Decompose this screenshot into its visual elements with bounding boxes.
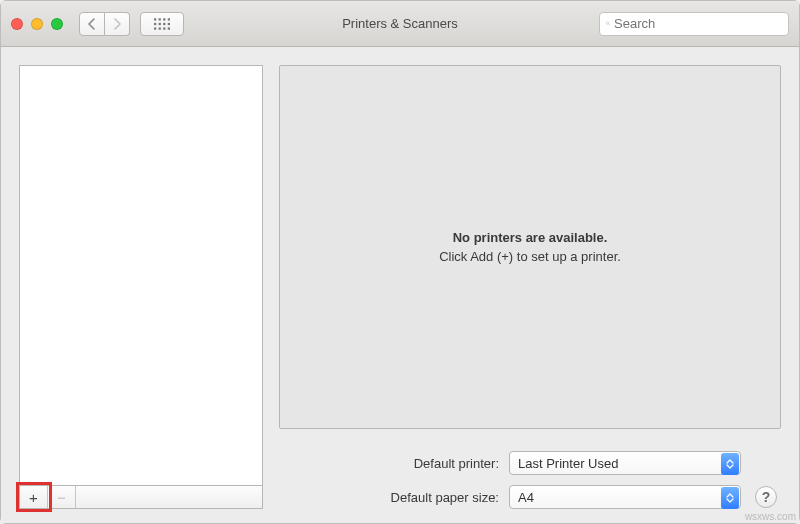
chevron-right-icon [113, 18, 121, 30]
empty-state: No printers are available. Click Add (+)… [279, 65, 781, 429]
minimize-window-icon[interactable] [31, 18, 43, 30]
search-field[interactable] [599, 12, 789, 36]
printers-list[interactable] [19, 65, 263, 485]
minus-icon: − [57, 489, 66, 506]
select-stepper-icon [721, 453, 739, 475]
svg-rect-0 [154, 18, 156, 20]
prefs-window: Printers & Scanners + − No printers are … [0, 0, 800, 524]
content-area: + − No printers are available. Click Add… [1, 47, 799, 523]
empty-state-subtitle: Click Add (+) to set up a printer. [439, 249, 621, 264]
svg-rect-5 [159, 22, 161, 24]
select-stepper-icon [721, 487, 739, 509]
search-icon [606, 17, 610, 30]
default-paper-value: A4 [518, 490, 534, 505]
chevron-left-icon [88, 18, 96, 30]
default-paper-label: Default paper size: [279, 490, 499, 505]
detail-pane: No printers are available. Click Add (+)… [279, 65, 781, 509]
default-printer-value: Last Printer Used [518, 456, 618, 471]
svg-line-13 [609, 24, 610, 25]
forward-button[interactable] [105, 12, 130, 36]
list-footer: + − [19, 485, 263, 509]
nav-group [79, 12, 130, 36]
watermark: wsxws.com [745, 511, 796, 522]
svg-rect-3 [168, 18, 170, 20]
default-paper-select[interactable]: A4 [509, 485, 741, 509]
close-window-icon[interactable] [11, 18, 23, 30]
titlebar: Printers & Scanners [1, 1, 799, 47]
help-icon: ? [762, 489, 771, 505]
printers-sidebar: + − [19, 65, 263, 509]
svg-rect-4 [154, 22, 156, 24]
window-controls [11, 18, 63, 30]
remove-printer-button[interactable]: − [48, 486, 76, 508]
svg-rect-11 [168, 27, 170, 29]
svg-rect-7 [168, 22, 170, 24]
show-all-button[interactable] [140, 12, 184, 36]
back-button[interactable] [79, 12, 105, 36]
default-printer-row: Default printer: Last Printer Used [279, 451, 777, 475]
help-button[interactable]: ? [755, 486, 777, 508]
default-printer-select[interactable]: Last Printer Used [509, 451, 741, 475]
default-paper-row: Default paper size: A4 ? [279, 485, 777, 509]
add-printer-button[interactable]: + [20, 486, 48, 508]
svg-point-12 [606, 22, 608, 24]
svg-rect-10 [163, 27, 165, 29]
default-printer-label: Default printer: [279, 456, 499, 471]
svg-rect-2 [163, 18, 165, 20]
empty-state-title: No printers are available. [453, 230, 608, 245]
zoom-window-icon[interactable] [51, 18, 63, 30]
svg-rect-6 [163, 22, 165, 24]
controls: Default printer: Last Printer Used Defau… [279, 451, 781, 509]
svg-rect-8 [154, 27, 156, 29]
search-input[interactable] [614, 16, 782, 31]
svg-rect-9 [159, 27, 161, 29]
grid-icon [154, 18, 170, 30]
plus-icon: + [29, 489, 38, 506]
svg-rect-1 [159, 18, 161, 20]
